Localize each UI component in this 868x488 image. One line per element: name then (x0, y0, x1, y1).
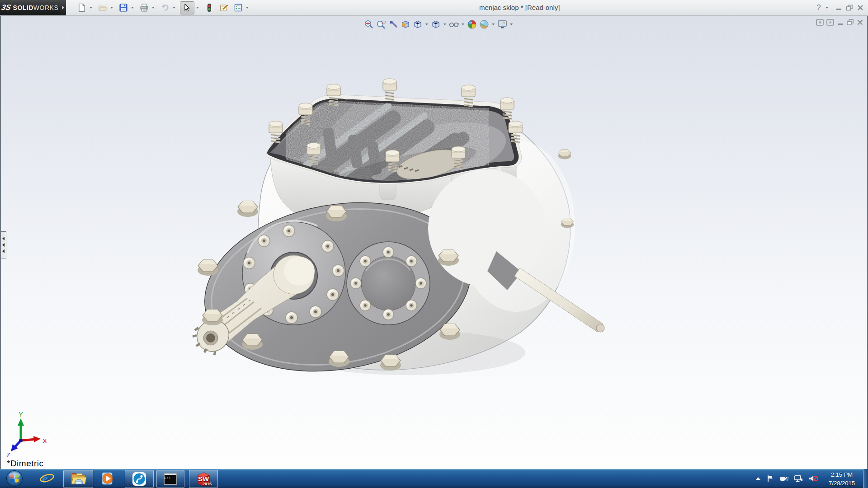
close-document-icon[interactable] (857, 19, 863, 26)
view-settings-button[interactable] (496, 19, 508, 30)
print-button[interactable] (138, 2, 150, 14)
power-plug-icon[interactable] (779, 474, 788, 483)
taskbar-windows-explorer[interactable] (63, 470, 93, 488)
orientation-triad: Y X Z (6, 410, 47, 459)
menu-expander-button[interactable] (60, 0, 66, 15)
network-icon[interactable] (794, 474, 803, 483)
section-view-button[interactable] (399, 19, 411, 30)
help-dropdown[interactable] (824, 7, 830, 9)
apply-scene-dropdown[interactable] (490, 19, 496, 30)
action-center-flag-icon[interactable] (767, 474, 774, 483)
taskbar-internet-explorer[interactable]: e (36, 470, 58, 487)
windows-start-icon (6, 470, 23, 487)
open-dropdown[interactable] (108, 2, 115, 14)
command-prompt-icon-text: C:\ (164, 476, 170, 480)
model-canvas[interactable]: Y X Z (1, 16, 867, 469)
glasses-icon (448, 19, 459, 29)
restore-document-icon[interactable] (846, 19, 854, 26)
dassault-logo-glyph: 3S (0, 3, 12, 12)
options-list-icon (234, 3, 243, 12)
pane-right-icon[interactable] (826, 19, 834, 26)
windows-explorer-icon (70, 471, 86, 487)
hide-show-items-button[interactable] (448, 19, 460, 30)
open-folder-icon (98, 3, 107, 12)
document-window-controls (816, 19, 863, 26)
display-style-dropdown[interactable] (442, 19, 448, 30)
select-cursor-icon (183, 4, 191, 12)
brand-solid: SOLID (13, 4, 33, 11)
open-button[interactable] (97, 2, 108, 14)
undo-dropdown[interactable] (171, 2, 177, 14)
internet-explorer-icon: e (39, 470, 55, 487)
zoom-to-fit-button[interactable] (363, 19, 375, 30)
select-tool-dropdown[interactable] (194, 2, 201, 14)
display-style-icon (431, 19, 441, 29)
undo-arrow-icon (160, 3, 170, 12)
save-dropdown[interactable] (129, 2, 136, 14)
pane-left-icon[interactable] (816, 19, 824, 26)
comment-note-icon (219, 3, 228, 12)
close-button[interactable] (857, 5, 863, 11)
volume-muted-icon[interactable] (808, 474, 818, 483)
solidworks-logo: 3S SOLID WORKS (0, 0, 60, 15)
view-orientation-label: *Dimetric (7, 459, 44, 469)
options-button[interactable] (232, 2, 244, 14)
application-window: 3S SOLID WORKS (0, 0, 868, 488)
brand-works: WORKS (33, 4, 58, 11)
clock-date: 7/28/2015 (822, 479, 862, 488)
clock-time: 2:15 PM (822, 471, 862, 479)
taskbar-solidworks[interactable]: SW 2015 (189, 470, 218, 488)
cover-hub[interactable] (347, 242, 430, 325)
new-document-icon (77, 3, 86, 12)
comment-button[interactable] (218, 2, 230, 14)
options-dropdown[interactable] (244, 2, 250, 14)
gearbox-model[interactable] (191, 79, 604, 391)
new-document-dropdown[interactable] (88, 2, 94, 14)
new-document-button[interactable] (76, 2, 88, 14)
help-button[interactable]: ? (814, 3, 824, 12)
start-button[interactable] (4, 470, 25, 487)
apply-scene-button[interactable] (478, 19, 490, 30)
solidworks-app-icon: SW 2015 (195, 471, 212, 487)
taskbar-media-player[interactable] (96, 470, 119, 487)
save-floppy-icon (119, 3, 128, 12)
traffic-light-icon (205, 3, 213, 12)
taskbar: e (0, 469, 868, 488)
display-style-button[interactable] (429, 19, 442, 30)
view-settings-dropdown[interactable] (508, 19, 514, 30)
graphics-area[interactable]: Y X Z (0, 16, 868, 469)
window-title: menjac sklop * [Read-only] (479, 0, 597, 15)
view-orientation-button[interactable] (411, 19, 424, 30)
print-dropdown[interactable] (150, 2, 156, 14)
previous-view-icon (388, 19, 398, 29)
svg-text:e: e (42, 471, 47, 485)
taskbar-clock[interactable]: 2:15 PM 7/28/2015 (822, 469, 862, 488)
taskbar-command-prompt[interactable]: C:\ (156, 470, 184, 488)
appearance-ball-icon (467, 19, 477, 29)
undo-button[interactable] (159, 2, 171, 14)
solidworks-icon-year: 2015 (203, 482, 212, 486)
taskbar-node-app[interactable] (125, 470, 154, 488)
select-tool-button[interactable] (180, 1, 194, 14)
view-settings-icon (497, 19, 508, 29)
hide-show-items-dropdown[interactable] (460, 19, 466, 30)
minimize-document-icon[interactable] (837, 19, 844, 26)
triad-z-label: Z (6, 451, 10, 459)
zoom-to-area-button[interactable] (375, 19, 387, 30)
section-view-icon (401, 19, 410, 29)
show-desktop-button[interactable] (863, 469, 868, 488)
print-icon (140, 3, 149, 12)
feature-manager-collapsed-tab[interactable] (1, 231, 6, 258)
save-button[interactable] (118, 2, 129, 14)
standard-toolbar (76, 0, 250, 15)
triad-x-label: X (42, 437, 47, 445)
edit-appearance-button[interactable] (466, 19, 478, 30)
show-hidden-icons-button[interactable] (755, 476, 761, 481)
zoom-to-fit-icon (364, 19, 374, 29)
minimize-button[interactable] (835, 5, 842, 11)
apply-scene-icon (479, 19, 489, 29)
view-orientation-dropdown[interactable] (424, 19, 429, 30)
restore-button[interactable] (846, 5, 853, 11)
previous-view-button[interactable] (387, 19, 399, 30)
selection-filter-button[interactable] (203, 2, 215, 14)
